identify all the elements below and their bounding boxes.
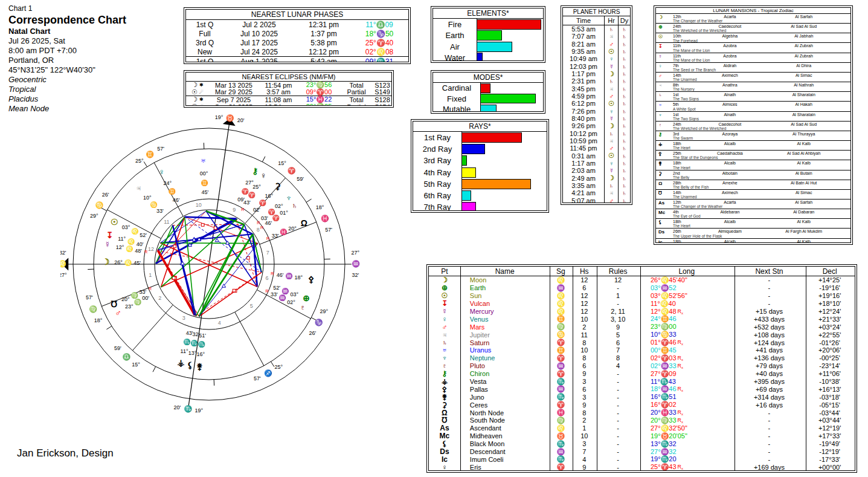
pt-declination: +16°13' xyxy=(805,386,855,393)
pt-next-station: +314 days xyxy=(734,394,805,401)
house-number: 3 xyxy=(182,315,185,321)
wheel-planet-degree: 03° xyxy=(122,224,130,230)
hour-planet-icon: ☽ xyxy=(604,122,618,129)
cusp-sign-icon: ♈ xyxy=(288,166,296,175)
pt-next-station: - xyxy=(734,432,805,440)
wheel-planet-degree: 20° xyxy=(288,226,297,232)
mansion-subtitle: The Belly xyxy=(673,175,689,180)
planet-table-row: ⚶Vesta♏3-11°♏43+395 days-10°38' xyxy=(429,378,855,386)
pt-house: 10 xyxy=(572,316,596,323)
hour-time: 1:17 am xyxy=(563,160,604,167)
pt-next-station: - xyxy=(734,456,805,463)
hour-planet-icon: ☽ xyxy=(604,70,618,77)
mansion-subtitle: The Changer of the Weather xyxy=(673,19,722,23)
wheel-planet-minutes: 45' xyxy=(201,189,208,195)
pt-name: Ascendant xyxy=(460,424,550,432)
bar-row: 7th Ray xyxy=(413,201,547,211)
hour-planet-icon: ♀ xyxy=(604,160,618,167)
mansion-name: Acarfa xyxy=(695,15,765,19)
wheel-planet-degree: 11° xyxy=(118,236,126,242)
hour-planet-icon: ♃ xyxy=(604,33,618,40)
mansion-arabic-name: Al Sarfah xyxy=(765,200,843,204)
pt-declination: -19°16' xyxy=(805,284,855,291)
hour-time: 8:40 pm xyxy=(563,115,604,122)
wheel-retrograde-indicator: R xyxy=(149,287,152,291)
pt-sign-icon: ♈ xyxy=(549,370,572,378)
planet-hour-row: 2:49 am☽♄ xyxy=(563,175,630,182)
mansion-planet-icon: ♃ xyxy=(658,83,662,88)
planet-table-row: DsDescendant♒7-27°♒32--12°19' xyxy=(429,448,855,456)
wheel-planet-icon-venus: ♀ xyxy=(159,167,166,177)
wheel-retrograde-indicator: R xyxy=(241,207,244,212)
pt-name: Eris xyxy=(460,464,550,471)
planet-table-row: ♇Pluto♒6402°♒33Rx+79 days-23°14' xyxy=(429,362,855,370)
pt-planet-icon: ♆ xyxy=(429,354,460,362)
hour-time: 1:17 pm xyxy=(563,70,604,77)
rays-chart-box: RAYS* 1st Ray2nd Ray3rd Ray4th Ray5th Ra… xyxy=(411,119,549,213)
chart-centric: Geocentric xyxy=(8,75,126,85)
day-planet-icon: ♄ xyxy=(618,197,630,203)
mansion-planet-icon: ♄ xyxy=(658,92,662,98)
pt-sign-icon: ♏ xyxy=(549,378,572,386)
mansion-planet-icon: ♆ xyxy=(658,112,662,118)
wheel-planet-icon-uranus: ♅ xyxy=(200,155,207,165)
cusp-minutes: 57' xyxy=(325,227,332,233)
pt-name: Sun xyxy=(460,292,550,299)
phase-cell: 09°♏31 xyxy=(353,57,406,63)
pt-column-line xyxy=(735,267,735,470)
aspect-line xyxy=(173,226,196,316)
phase-cell: 18°♑50 xyxy=(353,30,406,38)
mansion-name: Caedecohot xyxy=(695,122,765,126)
mansion-name: Azobra xyxy=(695,44,765,48)
pt-planet-icon: ☽ xyxy=(429,276,460,284)
chart-place: Portland, OR xyxy=(8,56,126,65)
pt-name: Black Moon xyxy=(460,440,550,447)
wheel-planet-minutes: 09' xyxy=(237,196,245,203)
phase-cell: 11°♎09 xyxy=(353,21,406,29)
pt-rules: - xyxy=(596,464,640,471)
pt-longitude: 12°♌48Rx xyxy=(640,308,734,316)
cusp-degree: 25° xyxy=(135,158,144,164)
wheel-planet-minutes: 33' xyxy=(271,291,278,297)
mansion-ordinal: 28th xyxy=(673,181,681,185)
sign-boundary-tick xyxy=(144,161,147,166)
pt-longitude: 19°♉20'05" xyxy=(640,432,734,440)
wheel-retrograde-indicator: R xyxy=(144,250,147,254)
mansion-row: Mc4thAldebaranAl DabaranThe Eye of God xyxy=(656,209,850,218)
bar-label: Mutable xyxy=(433,105,480,112)
eclipse-row: ☽✱Sep 7 202511:08 am15°♓22TotalS128 xyxy=(186,96,391,103)
lunar-mansions-title: LUNAR MANSIONS - Tropical Zodiac xyxy=(656,8,850,14)
lunar-phases-box: NEAREST LUNAR PHASES 1st QJul 2 202512:3… xyxy=(184,7,411,64)
mansion-ordinal: 5th xyxy=(673,102,679,106)
bar-label: 6th Ray xyxy=(413,191,461,200)
day-planet-icon: ♄ xyxy=(618,55,630,62)
wheel-planet-minutes: 51' xyxy=(199,333,206,339)
pt-planet-icon: ⚳ xyxy=(429,401,460,409)
wheel-planet-sign-icon: ♌ xyxy=(131,227,139,235)
pt-rules: - xyxy=(596,448,640,455)
pt-house: 9 xyxy=(572,464,596,471)
pt-column-line xyxy=(806,267,806,470)
pt-sign-icon: ♏ xyxy=(549,440,572,448)
wheel-planet-minutes: 00' xyxy=(142,295,149,301)
eclipse-type-icon: ☄ xyxy=(199,89,204,95)
eclipse-type-icon: ✱ xyxy=(199,82,204,88)
mansion-subtitle: The Wretched of the Wretched xyxy=(673,28,726,33)
pt-planet-icon: Ω xyxy=(429,409,460,417)
planet-table-row: ☉Sun♌12103°♌52'56"-+19°16' xyxy=(429,292,855,300)
planet-table-row: ⚷Chiron♈9-27°♈09+40 days+11°06' xyxy=(429,370,855,378)
hour-time: 6:12 pm xyxy=(563,100,604,107)
pt-planet-icon: ☉ xyxy=(429,291,460,300)
hour-time: 10:49 am xyxy=(563,55,604,62)
wheel-planet-icon-chiron: ⚷ xyxy=(252,166,258,176)
mansion-row: ♃8thAnathraAl NathrahThe Nursery xyxy=(656,82,850,91)
phase-cell: 1st Q xyxy=(186,21,223,29)
chart-type: Natal Chart xyxy=(8,27,126,36)
lunar-phases-rows: 1st QJul 2 202512:31 pm11°♎09FullJul 10 … xyxy=(186,20,408,62)
mansion-name: Azoraya xyxy=(695,132,765,136)
pt-declination: +22°55' xyxy=(805,331,855,339)
mansion-name: Albotain xyxy=(695,171,765,175)
mansion-ordinal: 11th xyxy=(673,44,681,48)
wheel-planet-sign-icon: ♋ xyxy=(150,201,158,209)
day-planet-icon: ♄ xyxy=(618,130,630,137)
